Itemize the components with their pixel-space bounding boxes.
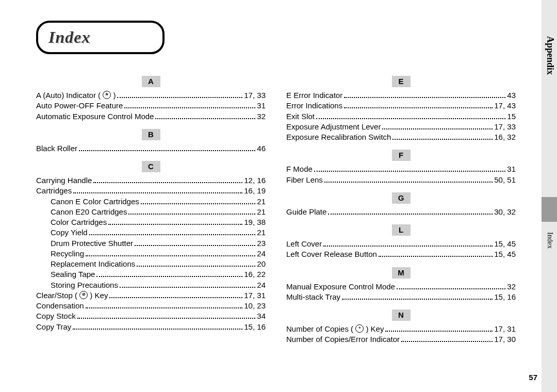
- index-entry-pages: 15, 45: [494, 239, 516, 249]
- index-entry-label: Replacement Indications: [51, 259, 135, 269]
- index-letter: M: [392, 267, 411, 279]
- index-entry: F Mode31: [286, 164, 516, 174]
- leader-dots: [392, 135, 493, 140]
- index-entry-label: Canon E Color Cartridges: [51, 197, 139, 207]
- index-entry-label: Multi-stack Tray: [286, 292, 340, 302]
- index-letter: N: [392, 309, 411, 321]
- page-title: Index: [48, 28, 90, 46]
- index-entry: Error Indications17, 43: [286, 101, 516, 111]
- index-entry: Cartridges16, 19: [36, 186, 266, 196]
- leader-dots: [96, 272, 242, 277]
- index-entry: Multi-stack Tray15, 16: [286, 292, 516, 302]
- index-entry: Copy Stock34: [36, 311, 266, 321]
- index-letter: F: [392, 150, 411, 161]
- index-entry-pages: 21: [257, 197, 266, 207]
- index-entry: Exit Slot15: [286, 111, 516, 122]
- index-entry-pages: 21: [257, 207, 266, 217]
- index-title-bubble: Index: [36, 21, 165, 54]
- leader-dots: [79, 146, 255, 151]
- leader-dots: [385, 326, 493, 332]
- index-entry-label: F Mode: [286, 164, 313, 174]
- index-entry-label: Condensation: [36, 301, 84, 311]
- leader-dots: [89, 230, 256, 235]
- leader-dots: [316, 113, 505, 119]
- index-entry-label: Copy Tray: [36, 322, 71, 332]
- index-entry-pages: 46: [257, 143, 266, 154]
- manual-page: Index AA (Auto) Indicator ( )17, 33Auto …: [0, 0, 557, 392]
- index-entry-pages: 17, 31: [244, 290, 266, 301]
- index-entry-label: Exposure Adjustment Lever: [286, 122, 381, 132]
- leader-dots: [342, 295, 493, 300]
- index-entry-pages: 34: [257, 311, 266, 321]
- index-entry: Copy Tray15, 16: [36, 322, 266, 332]
- index-entry-pages: 12, 16: [244, 175, 266, 186]
- index-entry: E Error Indicator43: [286, 90, 516, 101]
- key-icon: [103, 91, 111, 99]
- index-entry-pages: 31: [257, 101, 266, 111]
- index-entry-label: E Error Indicator: [286, 90, 342, 101]
- index-entry: Black Roller46: [36, 143, 266, 154]
- index-entry-pages: 32: [257, 111, 266, 122]
- leader-dots: [155, 113, 255, 119]
- leader-dots: [120, 282, 255, 287]
- leader-dots: [379, 252, 493, 257]
- index-entry-pages: 16, 32: [494, 132, 516, 142]
- index-entry-label: Exit Slot: [286, 111, 315, 122]
- index-entry-pages: 21: [257, 227, 266, 238]
- index-entry-label: Canon E20 Cartridges: [51, 207, 127, 217]
- index-entry: Copy Yield21: [36, 227, 266, 238]
- index-entry: Exposure Adjustment Lever17, 33: [286, 122, 516, 132]
- index-entry-label: Recycling: [51, 249, 84, 259]
- index-entry: Auto Power-OFF Feature31: [36, 101, 266, 111]
- index-entry: Fiber Lens50, 51: [286, 175, 516, 185]
- index-entry: Left Cover Release Button15, 45: [286, 249, 516, 259]
- index-entry-pages: 16, 22: [244, 269, 266, 280]
- side-label-sub: Index: [546, 232, 554, 249]
- leader-dots: [328, 209, 493, 215]
- index-entry-label: Left Cover Release Button: [286, 249, 377, 259]
- index-entry: Condensation10, 23: [36, 301, 266, 311]
- index-entry-label: Error Indications: [286, 101, 342, 111]
- index-columns: AA (Auto) Indicator ( )17, 33Auto Power-…: [36, 69, 542, 345]
- index-entry-pages: 17, 43: [494, 101, 516, 111]
- index-entry-pages: 19, 38: [244, 217, 266, 227]
- leader-dots: [77, 314, 256, 319]
- index-entry: Clear/Stop ( ) Key17, 31: [36, 290, 266, 301]
- index-entry-pages: 43: [507, 90, 516, 101]
- index-entry: A (Auto) Indicator ( )17, 33: [36, 90, 266, 101]
- index-entry-label: Copy Yield: [51, 227, 88, 238]
- index-entry-pages: 32: [507, 282, 516, 292]
- leader-dots: [93, 178, 242, 183]
- index-column-left: AA (Auto) Indicator ( )17, 33Auto Power-…: [36, 69, 266, 345]
- index-entry-pages: 30, 32: [494, 207, 516, 217]
- index-entry: Sealing Tape16, 22: [36, 269, 266, 280]
- index-entry-label: Fiber Lens: [286, 175, 323, 185]
- index-entry-label: Number of Copies/Error Indicator: [286, 334, 400, 345]
- leader-dots: [324, 177, 493, 182]
- index-entry-label: Automatic Exposure Control Mode: [36, 111, 154, 122]
- index-entry: Manual Exposure Control Mode32: [286, 282, 516, 292]
- index-entry: Number of Copies ( ) Key17, 31: [286, 324, 516, 334]
- index-entry-pages: 16, 19: [244, 186, 266, 196]
- index-entry-label: Sealing Tape: [51, 269, 95, 280]
- index-entry-pages: 20: [257, 259, 266, 269]
- leader-dots: [397, 284, 505, 289]
- index-entry: Carrying Handle12, 16: [36, 175, 266, 186]
- index-entry-label: Color Cartridges: [51, 217, 107, 227]
- leader-dots: [141, 199, 256, 204]
- index-entry-pages: 15: [507, 111, 516, 122]
- leader-dots: [73, 324, 242, 329]
- leader-dots: [344, 93, 505, 98]
- index-letter: E: [392, 76, 411, 87]
- index-entry: Replacement Indications20: [36, 259, 266, 269]
- leader-dots: [86, 303, 243, 308]
- index-letter: G: [392, 192, 411, 204]
- index-column-right: EE Error Indicator43Error Indications17,…: [286, 69, 516, 345]
- leader-dots: [108, 220, 242, 225]
- key-icon: [79, 291, 88, 299]
- index-entry: Color Cartridges19, 38: [36, 217, 266, 227]
- index-entry-label: A (Auto) Indicator ( ): [36, 90, 116, 101]
- index-entry-label: Auto Power-OFF Feature: [36, 101, 123, 111]
- index-letter: L: [392, 224, 411, 236]
- leader-dots: [323, 241, 493, 247]
